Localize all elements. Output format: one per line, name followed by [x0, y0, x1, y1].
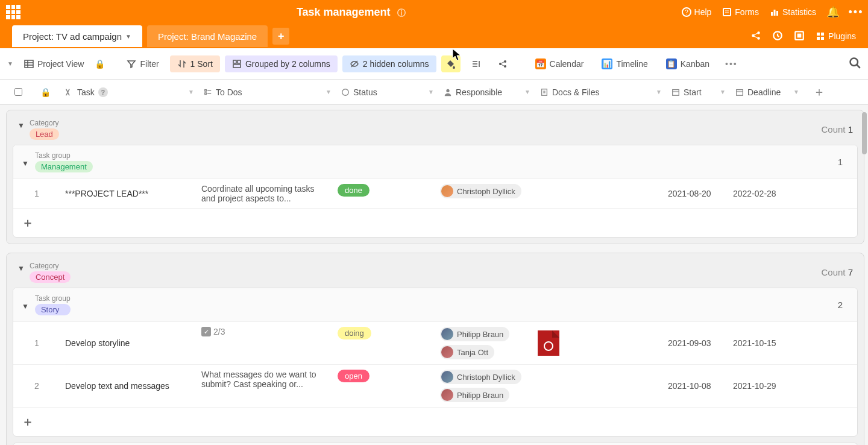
task-subgroup: ▼ Task group — [13, 443, 858, 445]
collapse-icon[interactable]: ▼ — [17, 121, 25, 130]
cell-deadline[interactable]: 2021-10-29 — [728, 370, 794, 402]
table-row[interactable]: 1 Develop storyline ✓2/3 doing Philipp B… — [13, 322, 857, 365]
statistics-link[interactable]: Statistics — [770, 7, 816, 17]
todo-text: What messages do we want to submit? Cast… — [201, 370, 328, 389]
chevron-down-icon[interactable]: ▼ — [428, 89, 434, 95]
collapse-icon[interactable]: ▼ — [22, 159, 29, 168]
column-start[interactable]: Start ▼ — [667, 80, 731, 104]
timeline-button[interactable]: 📊 Timeline — [602, 58, 647, 69]
column-docs[interactable]: Docs & Files ▼ — [535, 80, 667, 104]
apps-icon[interactable] — [6, 5, 20, 19]
taskgroup-pill[interactable]: Management — [35, 161, 93, 172]
search-icon[interactable] — [849, 57, 861, 71]
row-height-button[interactable] — [465, 55, 487, 72]
tab-project-tv[interactable]: Project: TV ad campaign▼ — [12, 25, 142, 47]
cell-task[interactable]: Develop text and messages — [60, 370, 197, 402]
cell-start[interactable]: 2021-08-20 — [663, 184, 728, 203]
svg-point-10 — [757, 37, 760, 40]
person-chip[interactable]: Philipp Braun — [440, 327, 509, 341]
column-todos[interactable]: To Dos ▼ — [199, 80, 336, 104]
filter-button[interactable]: Filter — [121, 55, 165, 72]
person-chip[interactable]: Christoph Dyllick — [440, 370, 521, 384]
avatar — [441, 328, 453, 340]
column-responsible[interactable]: Responsible ▼ — [439, 80, 535, 104]
cell-status[interactable]: done — [333, 184, 435, 203]
cell-todo[interactable]: ✓2/3 — [197, 327, 333, 359]
view-button[interactable]: Project View — [18, 55, 90, 72]
column-headers: 🔒 Task ? ▼ To Dos ▼ Status ▼ Responsible… — [0, 80, 868, 105]
collapse-icon[interactable]: ▼ — [22, 302, 29, 311]
person-chip[interactable]: Christoph Dyllick — [440, 184, 521, 198]
help-link[interactable]: ? Help — [682, 7, 712, 17]
svg-rect-5 — [771, 12, 773, 16]
hidden-columns-button[interactable]: 2 hidden columns — [342, 55, 436, 72]
chevron-down-icon[interactable]: ▼ — [524, 89, 530, 95]
scrollbar[interactable] — [862, 112, 867, 154]
cell-todo[interactable]: What messages do we want to submit? Cast… — [197, 370, 333, 402]
cell-docs[interactable] — [533, 327, 663, 359]
chevron-down-icon[interactable]: ▼ — [7, 60, 13, 67]
svg-rect-6 — [773, 10, 775, 16]
cell-status[interactable]: doing — [333, 327, 435, 359]
group-button[interactable]: Grouped by 2 columns — [225, 55, 338, 72]
cell-deadline[interactable]: 2021-10-15 — [728, 327, 794, 359]
svg-rect-17 — [821, 33, 824, 36]
add-row-button[interactable]: ＋ — [22, 415, 34, 428]
task-subgroup: ▼ Task group Management 1 1 ***PROJECT L… — [13, 145, 858, 238]
chevron-down-icon[interactable]: ▼ — [656, 89, 662, 95]
table-row[interactable]: 1 ***PROJECT LEAD*** Coordinate all upco… — [13, 179, 857, 209]
fill-color-button[interactable] — [441, 55, 461, 72]
column-task[interactable]: Task ? ▼ — [60, 80, 199, 104]
cell-responsible[interactable]: Philipp BraunTanja Ott — [435, 327, 533, 359]
info-icon: ? — [98, 87, 108, 97]
chevron-down-icon[interactable]: ▼ — [326, 89, 332, 95]
cell-start[interactable]: 2021-10-08 — [663, 370, 728, 402]
cell-task[interactable]: Develop storyline — [60, 327, 197, 359]
person-chip[interactable]: Philipp Braun — [440, 388, 509, 402]
taskgroup-pill[interactable]: Story — [35, 304, 71, 315]
sort-button[interactable]: 1 Sort — [170, 55, 220, 72]
more-icon[interactable]: ••• — [850, 7, 862, 17]
chevron-down-icon[interactable]: ▼ — [720, 89, 726, 95]
add-column-button[interactable]: ＋ — [804, 80, 834, 104]
pdf-icon[interactable] — [538, 330, 559, 356]
add-row-button[interactable]: ＋ — [22, 216, 34, 229]
cell-responsible[interactable]: Christoph Dyllick — [435, 184, 533, 203]
column-status[interactable]: Status ▼ — [336, 80, 439, 104]
cell-task[interactable]: ***PROJECT LEAD*** — [60, 184, 197, 203]
table-row[interactable]: 2 Develop text and messages What message… — [13, 365, 857, 408]
cell-status[interactable]: open — [333, 370, 435, 402]
more-icon[interactable]: ••• — [725, 59, 738, 69]
share-button[interactable] — [492, 55, 514, 72]
category-pill[interactable]: Concept — [30, 271, 71, 283]
bell-icon[interactable]: 🔔 — [827, 7, 839, 17]
statistics-icon — [770, 7, 779, 17]
history-icon[interactable] — [772, 30, 783, 43]
person-chip[interactable]: Tanja Ott — [440, 345, 494, 359]
category-group: ▼ Category Lead Count 1 ▼ Task group Man… — [6, 110, 864, 244]
add-tab-button[interactable]: + — [272, 28, 289, 45]
tab-project-brand[interactable]: Project: Brand Magazine — [147, 25, 268, 47]
share-icon[interactable] — [750, 30, 761, 43]
info-icon[interactable]: ⓘ — [397, 8, 406, 19]
chevron-down-icon[interactable]: ▼ — [188, 89, 194, 95]
kanban-button[interactable]: 📋 Kanban — [666, 58, 709, 69]
cell-start[interactable]: 2021-09-03 — [663, 327, 728, 359]
cell-docs[interactable] — [533, 370, 663, 402]
select-all-checkbox[interactable] — [14, 88, 22, 96]
cell-todo[interactable]: Coordinate all upcoming tasks and projec… — [197, 184, 333, 203]
column-deadline[interactable]: Deadline ▼ — [731, 80, 804, 104]
status-badge: open — [338, 370, 370, 382]
category-pill[interactable]: Lead — [30, 128, 59, 140]
app-icon[interactable] — [794, 30, 805, 43]
collapse-icon[interactable]: ▼ — [17, 264, 25, 273]
cell-docs[interactable] — [533, 184, 663, 203]
cell-deadline[interactable]: 2022-02-28 — [728, 184, 794, 203]
plugins-link[interactable]: Plugins — [816, 31, 856, 41]
lock-icon[interactable]: 🔒 — [95, 59, 105, 69]
forms-link[interactable]: Forms — [722, 7, 759, 17]
status-badge: done — [338, 184, 370, 197]
chevron-down-icon[interactable]: ▼ — [793, 89, 799, 95]
cell-responsible[interactable]: Christoph DyllickPhilipp Braun — [435, 370, 533, 402]
calendar-button[interactable]: 📅 Calendar — [535, 58, 584, 69]
